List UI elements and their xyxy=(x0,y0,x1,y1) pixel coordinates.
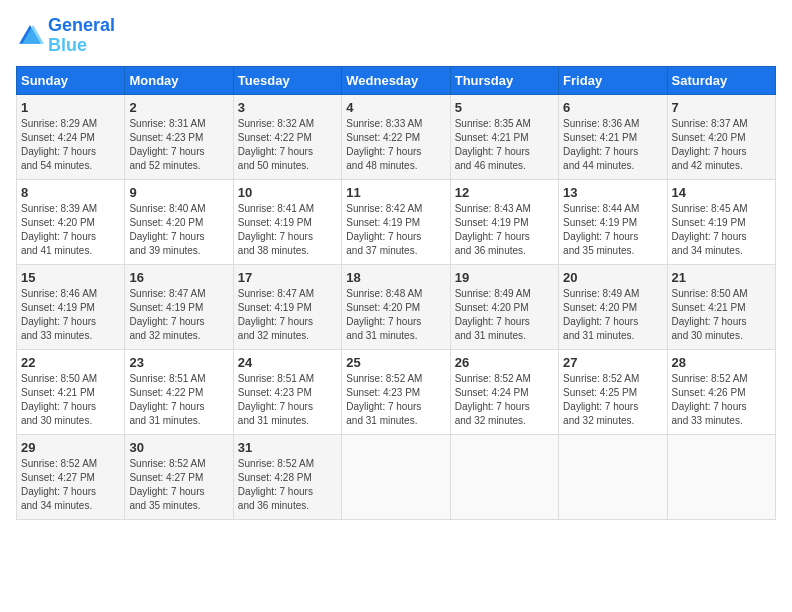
page-header: General Blue xyxy=(16,16,776,56)
cell-content: Sunrise: 8:52 AM Sunset: 4:23 PM Dayligh… xyxy=(346,372,445,428)
day-number: 31 xyxy=(238,440,337,455)
calendar-cell: 22 Sunrise: 8:50 AM Sunset: 4:21 PM Dayl… xyxy=(17,349,125,434)
cell-content: Sunrise: 8:51 AM Sunset: 4:23 PM Dayligh… xyxy=(238,372,337,428)
day-number: 16 xyxy=(129,270,228,285)
cell-content: Sunrise: 8:50 AM Sunset: 4:21 PM Dayligh… xyxy=(21,372,120,428)
day-number: 23 xyxy=(129,355,228,370)
calendar-cell: 2 Sunrise: 8:31 AM Sunset: 4:23 PM Dayli… xyxy=(125,94,233,179)
day-number: 21 xyxy=(672,270,771,285)
day-number: 15 xyxy=(21,270,120,285)
cell-content: Sunrise: 8:52 AM Sunset: 4:25 PM Dayligh… xyxy=(563,372,662,428)
calendar-cell: 1 Sunrise: 8:29 AM Sunset: 4:24 PM Dayli… xyxy=(17,94,125,179)
calendar-cell: 6 Sunrise: 8:36 AM Sunset: 4:21 PM Dayli… xyxy=(559,94,667,179)
day-number: 18 xyxy=(346,270,445,285)
calendar-cell: 24 Sunrise: 8:51 AM Sunset: 4:23 PM Dayl… xyxy=(233,349,341,434)
cell-content: Sunrise: 8:44 AM Sunset: 4:19 PM Dayligh… xyxy=(563,202,662,258)
cell-content: Sunrise: 8:52 AM Sunset: 4:24 PM Dayligh… xyxy=(455,372,554,428)
calendar-cell: 21 Sunrise: 8:50 AM Sunset: 4:21 PM Dayl… xyxy=(667,264,775,349)
calendar-cell: 26 Sunrise: 8:52 AM Sunset: 4:24 PM Dayl… xyxy=(450,349,558,434)
calendar-cell: 5 Sunrise: 8:35 AM Sunset: 4:21 PM Dayli… xyxy=(450,94,558,179)
calendar-cell: 23 Sunrise: 8:51 AM Sunset: 4:22 PM Dayl… xyxy=(125,349,233,434)
cell-content: Sunrise: 8:48 AM Sunset: 4:20 PM Dayligh… xyxy=(346,287,445,343)
calendar-cell: 31 Sunrise: 8:52 AM Sunset: 4:28 PM Dayl… xyxy=(233,434,341,519)
calendar-week-3: 15 Sunrise: 8:46 AM Sunset: 4:19 PM Dayl… xyxy=(17,264,776,349)
calendar-cell: 11 Sunrise: 8:42 AM Sunset: 4:19 PM Dayl… xyxy=(342,179,450,264)
calendar-cell: 29 Sunrise: 8:52 AM Sunset: 4:27 PM Dayl… xyxy=(17,434,125,519)
day-number: 22 xyxy=(21,355,120,370)
calendar-week-2: 8 Sunrise: 8:39 AM Sunset: 4:20 PM Dayli… xyxy=(17,179,776,264)
logo-text: General Blue xyxy=(48,16,115,56)
cell-content: Sunrise: 8:32 AM Sunset: 4:22 PM Dayligh… xyxy=(238,117,337,173)
calendar-cell: 8 Sunrise: 8:39 AM Sunset: 4:20 PM Dayli… xyxy=(17,179,125,264)
cell-content: Sunrise: 8:31 AM Sunset: 4:23 PM Dayligh… xyxy=(129,117,228,173)
header-sunday: Sunday xyxy=(17,66,125,94)
cell-content: Sunrise: 8:49 AM Sunset: 4:20 PM Dayligh… xyxy=(455,287,554,343)
cell-content: Sunrise: 8:35 AM Sunset: 4:21 PM Dayligh… xyxy=(455,117,554,173)
cell-content: Sunrise: 8:41 AM Sunset: 4:19 PM Dayligh… xyxy=(238,202,337,258)
cell-content: Sunrise: 8:39 AM Sunset: 4:20 PM Dayligh… xyxy=(21,202,120,258)
calendar-cell: 20 Sunrise: 8:49 AM Sunset: 4:20 PM Dayl… xyxy=(559,264,667,349)
calendar-cell: 14 Sunrise: 8:45 AM Sunset: 4:19 PM Dayl… xyxy=(667,179,775,264)
day-number: 25 xyxy=(346,355,445,370)
calendar-cell: 3 Sunrise: 8:32 AM Sunset: 4:22 PM Dayli… xyxy=(233,94,341,179)
day-number: 20 xyxy=(563,270,662,285)
header-saturday: Saturday xyxy=(667,66,775,94)
header-tuesday: Tuesday xyxy=(233,66,341,94)
calendar-cell: 9 Sunrise: 8:40 AM Sunset: 4:20 PM Dayli… xyxy=(125,179,233,264)
cell-content: Sunrise: 8:33 AM Sunset: 4:22 PM Dayligh… xyxy=(346,117,445,173)
calendar-cell: 7 Sunrise: 8:37 AM Sunset: 4:20 PM Dayli… xyxy=(667,94,775,179)
logo-icon xyxy=(16,22,44,50)
day-number: 24 xyxy=(238,355,337,370)
day-number: 8 xyxy=(21,185,120,200)
calendar-cell: 17 Sunrise: 8:47 AM Sunset: 4:19 PM Dayl… xyxy=(233,264,341,349)
day-number: 26 xyxy=(455,355,554,370)
day-number: 1 xyxy=(21,100,120,115)
cell-content: Sunrise: 8:40 AM Sunset: 4:20 PM Dayligh… xyxy=(129,202,228,258)
cell-content: Sunrise: 8:42 AM Sunset: 4:19 PM Dayligh… xyxy=(346,202,445,258)
logo: General Blue xyxy=(16,16,115,56)
day-number: 4 xyxy=(346,100,445,115)
day-number: 5 xyxy=(455,100,554,115)
day-number: 29 xyxy=(21,440,120,455)
cell-content: Sunrise: 8:51 AM Sunset: 4:22 PM Dayligh… xyxy=(129,372,228,428)
calendar-cell: 19 Sunrise: 8:49 AM Sunset: 4:20 PM Dayl… xyxy=(450,264,558,349)
cell-content: Sunrise: 8:47 AM Sunset: 4:19 PM Dayligh… xyxy=(129,287,228,343)
cell-content: Sunrise: 8:52 AM Sunset: 4:27 PM Dayligh… xyxy=(129,457,228,513)
calendar-week-4: 22 Sunrise: 8:50 AM Sunset: 4:21 PM Dayl… xyxy=(17,349,776,434)
day-number: 13 xyxy=(563,185,662,200)
calendar-week-1: 1 Sunrise: 8:29 AM Sunset: 4:24 PM Dayli… xyxy=(17,94,776,179)
day-number: 14 xyxy=(672,185,771,200)
cell-content: Sunrise: 8:52 AM Sunset: 4:27 PM Dayligh… xyxy=(21,457,120,513)
cell-content: Sunrise: 8:43 AM Sunset: 4:19 PM Dayligh… xyxy=(455,202,554,258)
header-wednesday: Wednesday xyxy=(342,66,450,94)
calendar-cell: 12 Sunrise: 8:43 AM Sunset: 4:19 PM Dayl… xyxy=(450,179,558,264)
cell-content: Sunrise: 8:37 AM Sunset: 4:20 PM Dayligh… xyxy=(672,117,771,173)
cell-content: Sunrise: 8:47 AM Sunset: 4:19 PM Dayligh… xyxy=(238,287,337,343)
calendar-cell: 10 Sunrise: 8:41 AM Sunset: 4:19 PM Dayl… xyxy=(233,179,341,264)
calendar-cell: 18 Sunrise: 8:48 AM Sunset: 4:20 PM Dayl… xyxy=(342,264,450,349)
calendar-cell: 27 Sunrise: 8:52 AM Sunset: 4:25 PM Dayl… xyxy=(559,349,667,434)
calendar-cell xyxy=(342,434,450,519)
day-number: 6 xyxy=(563,100,662,115)
header-thursday: Thursday xyxy=(450,66,558,94)
calendar-cell xyxy=(667,434,775,519)
header-monday: Monday xyxy=(125,66,233,94)
calendar-week-5: 29 Sunrise: 8:52 AM Sunset: 4:27 PM Dayl… xyxy=(17,434,776,519)
calendar-cell: 15 Sunrise: 8:46 AM Sunset: 4:19 PM Dayl… xyxy=(17,264,125,349)
day-number: 9 xyxy=(129,185,228,200)
cell-content: Sunrise: 8:45 AM Sunset: 4:19 PM Dayligh… xyxy=(672,202,771,258)
calendar-cell: 16 Sunrise: 8:47 AM Sunset: 4:19 PM Dayl… xyxy=(125,264,233,349)
calendar-table: SundayMondayTuesdayWednesdayThursdayFrid… xyxy=(16,66,776,520)
cell-content: Sunrise: 8:46 AM Sunset: 4:19 PM Dayligh… xyxy=(21,287,120,343)
calendar-cell: 4 Sunrise: 8:33 AM Sunset: 4:22 PM Dayli… xyxy=(342,94,450,179)
cell-content: Sunrise: 8:36 AM Sunset: 4:21 PM Dayligh… xyxy=(563,117,662,173)
cell-content: Sunrise: 8:50 AM Sunset: 4:21 PM Dayligh… xyxy=(672,287,771,343)
day-number: 28 xyxy=(672,355,771,370)
day-number: 27 xyxy=(563,355,662,370)
day-number: 12 xyxy=(455,185,554,200)
day-number: 3 xyxy=(238,100,337,115)
cell-content: Sunrise: 8:49 AM Sunset: 4:20 PM Dayligh… xyxy=(563,287,662,343)
cell-content: Sunrise: 8:52 AM Sunset: 4:26 PM Dayligh… xyxy=(672,372,771,428)
day-number: 17 xyxy=(238,270,337,285)
calendar-cell: 13 Sunrise: 8:44 AM Sunset: 4:19 PM Dayl… xyxy=(559,179,667,264)
